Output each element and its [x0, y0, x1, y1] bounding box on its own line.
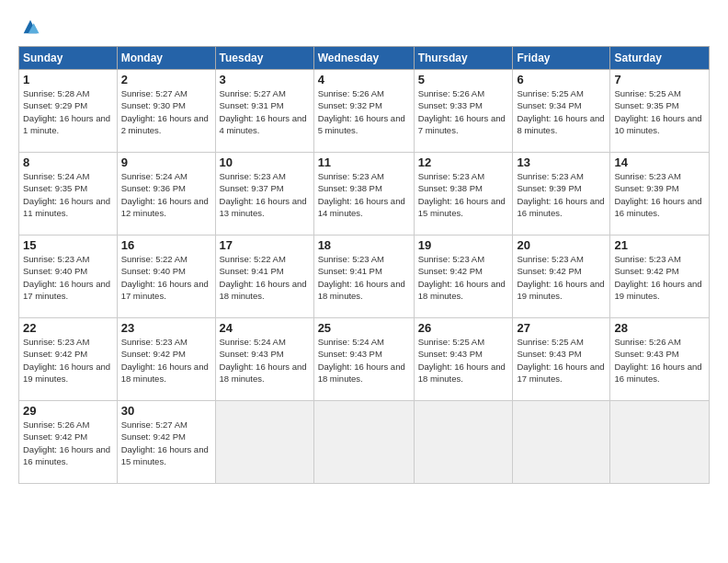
- logo-icon: [20, 17, 40, 37]
- day-number: 27: [517, 321, 606, 335]
- day-number: 2: [121, 73, 211, 86]
- calendar: SundayMondayTuesdayWednesdayThursdayFrid…: [18, 46, 710, 484]
- day-number: 24: [220, 321, 310, 335]
- day-number: 28: [614, 321, 705, 335]
- day-number: 5: [418, 73, 509, 86]
- calendar-cell: [215, 401, 313, 484]
- day-number: 1: [23, 73, 113, 86]
- day-info: Sunrise: 5:24 AMSunset: 9:43 PMDaylight:…: [220, 336, 310, 385]
- calendar-header-saturday: Saturday: [610, 47, 710, 70]
- day-info: Sunrise: 5:24 AMSunset: 9:36 PMDaylight:…: [121, 170, 211, 219]
- calendar-cell: 16Sunrise: 5:22 AMSunset: 9:40 PMDayligh…: [117, 236, 215, 318]
- calendar-cell: 3Sunrise: 5:27 AMSunset: 9:31 PMDaylight…: [215, 70, 313, 153]
- calendar-week-1: 8Sunrise: 5:24 AMSunset: 9:35 PMDaylight…: [19, 153, 710, 236]
- calendar-cell: 18Sunrise: 5:23 AMSunset: 9:41 PMDayligh…: [313, 236, 414, 318]
- day-info: Sunrise: 5:23 AMSunset: 9:42 PMDaylight:…: [517, 253, 606, 302]
- calendar-week-0: 1Sunrise: 5:28 AMSunset: 9:29 PMDaylight…: [19, 70, 710, 153]
- calendar-cell: 13Sunrise: 5:23 AMSunset: 9:39 PMDayligh…: [513, 153, 610, 236]
- day-number: 8: [23, 155, 113, 169]
- calendar-body: 1Sunrise: 5:28 AMSunset: 9:29 PMDaylight…: [19, 70, 710, 484]
- day-info: Sunrise: 5:23 AMSunset: 9:42 PMDaylight:…: [418, 253, 509, 302]
- calendar-cell: 29Sunrise: 5:26 AMSunset: 9:42 PMDayligh…: [19, 401, 118, 484]
- calendar-cell: 10Sunrise: 5:23 AMSunset: 9:37 PMDayligh…: [215, 153, 313, 236]
- calendar-cell: 7Sunrise: 5:25 AMSunset: 9:35 PMDaylight…: [610, 70, 710, 153]
- day-info: Sunrise: 5:25 AMSunset: 9:34 PMDaylight:…: [517, 87, 606, 136]
- day-info: Sunrise: 5:27 AMSunset: 9:31 PMDaylight:…: [220, 87, 310, 136]
- calendar-cell: 11Sunrise: 5:23 AMSunset: 9:38 PMDayligh…: [313, 153, 414, 236]
- calendar-cell: 25Sunrise: 5:24 AMSunset: 9:43 PMDayligh…: [313, 318, 414, 401]
- day-number: 23: [121, 321, 211, 335]
- day-info: Sunrise: 5:26 AMSunset: 9:32 PMDaylight:…: [318, 87, 410, 136]
- day-number: 26: [418, 321, 509, 335]
- day-number: 20: [517, 238, 606, 252]
- day-info: Sunrise: 5:23 AMSunset: 9:39 PMDaylight:…: [517, 170, 606, 219]
- calendar-header-wednesday: Wednesday: [313, 47, 414, 70]
- day-number: 13: [517, 155, 606, 169]
- calendar-cell: 2Sunrise: 5:27 AMSunset: 9:30 PMDaylight…: [117, 70, 215, 153]
- calendar-cell: 23Sunrise: 5:23 AMSunset: 9:42 PMDayligh…: [117, 318, 215, 401]
- day-number: 7: [614, 73, 705, 86]
- day-info: Sunrise: 5:23 AMSunset: 9:42 PMDaylight:…: [23, 336, 113, 385]
- day-info: Sunrise: 5:24 AMSunset: 9:35 PMDaylight:…: [23, 170, 113, 219]
- day-info: Sunrise: 5:22 AMSunset: 9:41 PMDaylight:…: [220, 253, 310, 302]
- calendar-week-3: 22Sunrise: 5:23 AMSunset: 9:42 PMDayligh…: [19, 318, 710, 401]
- calendar-cell: 27Sunrise: 5:25 AMSunset: 9:43 PMDayligh…: [513, 318, 610, 401]
- day-number: 9: [121, 155, 211, 169]
- calendar-cell: 21Sunrise: 5:23 AMSunset: 9:42 PMDayligh…: [610, 236, 710, 318]
- day-number: 4: [318, 73, 410, 86]
- day-info: Sunrise: 5:26 AMSunset: 9:33 PMDaylight:…: [418, 87, 509, 136]
- day-number: 11: [318, 155, 410, 169]
- day-info: Sunrise: 5:28 AMSunset: 9:29 PMDaylight:…: [23, 87, 113, 136]
- logo: [18, 17, 40, 37]
- day-number: 30: [121, 404, 211, 418]
- day-number: 16: [121, 238, 211, 252]
- calendar-header-row: SundayMondayTuesdayWednesdayThursdayFrid…: [19, 47, 710, 70]
- day-info: Sunrise: 5:23 AMSunset: 9:41 PMDaylight:…: [318, 253, 410, 302]
- calendar-cell: 30Sunrise: 5:27 AMSunset: 9:42 PMDayligh…: [117, 401, 215, 484]
- calendar-cell: 26Sunrise: 5:25 AMSunset: 9:43 PMDayligh…: [414, 318, 513, 401]
- day-info: Sunrise: 5:23 AMSunset: 9:38 PMDaylight:…: [318, 170, 410, 219]
- day-number: 12: [418, 155, 509, 169]
- day-info: Sunrise: 5:27 AMSunset: 9:30 PMDaylight:…: [121, 87, 211, 136]
- calendar-header-monday: Monday: [117, 47, 215, 70]
- calendar-header-tuesday: Tuesday: [215, 47, 313, 70]
- calendar-cell: 5Sunrise: 5:26 AMSunset: 9:33 PMDaylight…: [414, 70, 513, 153]
- day-info: Sunrise: 5:25 AMSunset: 9:35 PMDaylight:…: [614, 87, 705, 136]
- day-number: 3: [220, 73, 310, 86]
- day-number: 17: [220, 238, 310, 252]
- day-info: Sunrise: 5:24 AMSunset: 9:43 PMDaylight:…: [318, 336, 410, 385]
- day-info: Sunrise: 5:26 AMSunset: 9:42 PMDaylight:…: [23, 419, 113, 467]
- calendar-cell: 6Sunrise: 5:25 AMSunset: 9:34 PMDaylight…: [513, 70, 610, 153]
- calendar-cell: 20Sunrise: 5:23 AMSunset: 9:42 PMDayligh…: [513, 236, 610, 318]
- page: SundayMondayTuesdayWednesdayThursdayFrid…: [0, 0, 728, 563]
- calendar-cell: 24Sunrise: 5:24 AMSunset: 9:43 PMDayligh…: [215, 318, 313, 401]
- calendar-cell: 14Sunrise: 5:23 AMSunset: 9:39 PMDayligh…: [610, 153, 710, 236]
- calendar-cell: [414, 401, 513, 484]
- day-number: 19: [418, 238, 509, 252]
- day-number: 14: [614, 155, 705, 169]
- calendar-cell: 1Sunrise: 5:28 AMSunset: 9:29 PMDaylight…: [19, 70, 118, 153]
- header: [18, 17, 710, 37]
- day-info: Sunrise: 5:22 AMSunset: 9:40 PMDaylight:…: [121, 253, 211, 302]
- day-number: 25: [318, 321, 410, 335]
- calendar-cell: 28Sunrise: 5:26 AMSunset: 9:43 PMDayligh…: [610, 318, 710, 401]
- day-number: 6: [517, 73, 606, 86]
- calendar-week-4: 29Sunrise: 5:26 AMSunset: 9:42 PMDayligh…: [19, 401, 710, 484]
- day-number: 10: [220, 155, 310, 169]
- day-number: 29: [23, 404, 113, 418]
- day-info: Sunrise: 5:23 AMSunset: 9:42 PMDaylight:…: [614, 253, 705, 302]
- day-number: 15: [23, 238, 113, 252]
- day-info: Sunrise: 5:26 AMSunset: 9:43 PMDaylight:…: [614, 336, 705, 385]
- calendar-header-sunday: Sunday: [19, 47, 118, 70]
- calendar-cell: [610, 401, 710, 484]
- day-info: Sunrise: 5:25 AMSunset: 9:43 PMDaylight:…: [517, 336, 606, 385]
- calendar-header-thursday: Thursday: [414, 47, 513, 70]
- calendar-cell: 12Sunrise: 5:23 AMSunset: 9:38 PMDayligh…: [414, 153, 513, 236]
- day-info: Sunrise: 5:23 AMSunset: 9:42 PMDaylight:…: [121, 336, 211, 385]
- day-number: 22: [23, 321, 113, 335]
- calendar-cell: [513, 401, 610, 484]
- calendar-cell: [313, 401, 414, 484]
- calendar-cell: 17Sunrise: 5:22 AMSunset: 9:41 PMDayligh…: [215, 236, 313, 318]
- calendar-header-friday: Friday: [513, 47, 610, 70]
- calendar-week-2: 15Sunrise: 5:23 AMSunset: 9:40 PMDayligh…: [19, 236, 710, 318]
